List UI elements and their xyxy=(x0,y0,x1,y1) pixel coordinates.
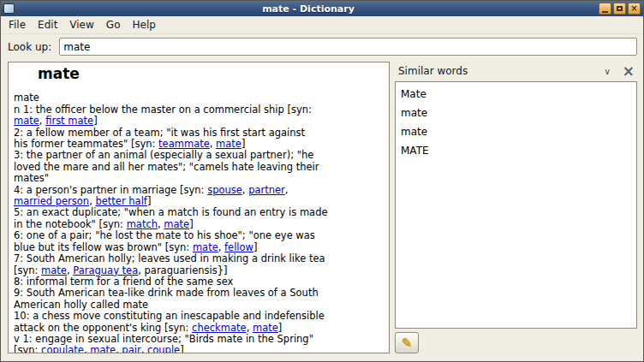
lookup-row: Look up: xyxy=(1,34,643,60)
similar-word-item[interactable]: MATE xyxy=(396,141,636,160)
definition-link[interactable]: first mate xyxy=(45,116,93,127)
definition-link[interactable]: spouse xyxy=(207,185,242,196)
definition-link[interactable]: mate xyxy=(164,219,189,230)
definition-line: blue but its fellow was brown" [syn: mat… xyxy=(14,242,384,253)
app-icon xyxy=(3,3,15,14)
definition-line: mate, first mate] xyxy=(14,116,384,127)
menubar: FileEditViewGoHelp xyxy=(1,16,643,34)
definition-link[interactable]: checkmate xyxy=(192,323,247,334)
definition-link[interactable]: couple xyxy=(147,345,180,353)
window-controls: × xyxy=(599,3,641,15)
menu-item-help[interactable]: Help xyxy=(126,16,161,33)
definition-link[interactable]: mate xyxy=(14,116,39,127)
definition-link[interactable]: fellow xyxy=(224,242,253,253)
chevron-down-icon[interactable]: ∨ xyxy=(604,67,610,76)
sidebar-header: Similar words ∨ × xyxy=(395,62,637,80)
definition-line: [syn: mate, Paraguay tea, paraguariensis… xyxy=(14,265,384,276)
main-content: mate maten 1: the officer below the mast… xyxy=(1,60,643,360)
definition-line: v 1: engage in sexual intercourse; "Bird… xyxy=(14,334,384,345)
definition-link[interactable]: partner xyxy=(248,185,285,196)
menu-item-edit[interactable]: Edit xyxy=(32,16,63,33)
definition-link[interactable]: mate xyxy=(253,323,278,334)
definition-link[interactable]: mate xyxy=(90,345,116,353)
minimize-icon xyxy=(602,11,608,13)
definition-body: maten 1: the officer below the master on… xyxy=(14,92,384,353)
window-title: mate - Dictionary xyxy=(18,3,599,15)
sidebar-footer: ✎ xyxy=(395,329,637,353)
definition-link[interactable]: better half xyxy=(95,196,146,207)
lookup-label: Look up: xyxy=(8,41,51,53)
titlebar[interactable]: mate - Dictionary × xyxy=(1,1,643,16)
similar-word-item[interactable]: mate xyxy=(396,122,636,141)
clear-pencil-icon: ✎ xyxy=(402,335,413,351)
definition-line: 10: a chess move constituting an inescap… xyxy=(14,311,384,322)
menu-item-view[interactable]: View xyxy=(63,16,99,33)
definition-line: loved the mare and all her mates"; "came… xyxy=(14,162,384,173)
close-button[interactable]: × xyxy=(628,3,641,15)
definition-link[interactable]: teammate xyxy=(158,139,210,150)
definition-link[interactable]: match xyxy=(127,219,158,230)
definition-link[interactable]: pair xyxy=(122,345,140,353)
definition-link[interactable]: copulate xyxy=(41,345,84,353)
definition-link[interactable]: married person xyxy=(14,196,89,207)
definition-line: in the notebook" [syn: match, mate] xyxy=(14,219,384,230)
definition-line: attack on the opponent's king [syn: chec… xyxy=(14,323,384,334)
menu-item-go[interactable]: Go xyxy=(100,16,127,33)
clear-button[interactable]: ✎ xyxy=(395,332,419,353)
maximize-icon xyxy=(617,6,623,11)
definition-link[interactable]: Paraguay tea xyxy=(73,265,138,276)
definition-line: [syn: copulate, mate, pair, couple] xyxy=(14,345,384,353)
definition-link[interactable]: mate xyxy=(41,265,67,276)
close-icon: × xyxy=(630,4,637,13)
definition-link[interactable]: mate xyxy=(216,139,242,150)
similar-words-list: MatematemateMATE xyxy=(395,81,637,329)
definition-line: married person, better half] xyxy=(14,196,384,207)
definition-panel[interactable]: mate maten 1: the officer below the mast… xyxy=(8,62,390,353)
definition-link[interactable]: mate xyxy=(193,242,218,253)
lookup-input[interactable] xyxy=(59,38,637,56)
definition-line: 7: South American holly; leaves used in … xyxy=(14,253,384,264)
maximize-button[interactable] xyxy=(613,3,626,15)
sidebar-title: Similar words xyxy=(398,65,604,77)
definition-line: mates" xyxy=(14,173,384,184)
dictionary-window: mate - Dictionary × FileEditViewGoHelp L… xyxy=(0,0,644,362)
similar-words-sidebar: Similar words ∨ × MatematemateMATE ✎ xyxy=(395,62,637,353)
definition-line: American holly called mate xyxy=(14,300,384,311)
definition-line: 5: an exact duplicate; "when a match is … xyxy=(14,207,384,218)
similar-word-item[interactable]: Mate xyxy=(396,85,636,104)
definition-headword: mate xyxy=(38,68,384,80)
menu-item-file[interactable]: File xyxy=(3,16,32,33)
minimize-button[interactable] xyxy=(599,3,611,15)
definition-line: 8: informal term for a friend of the sam… xyxy=(14,276,384,288)
definition-line: 6: one of a pair; "he lost the mate to h… xyxy=(14,230,384,241)
definition-line: 4: a person's partner in marriage [syn: … xyxy=(14,185,384,196)
definition-line: n 1: the officer below the master on a c… xyxy=(14,104,384,116)
definition-line: his former teammates" [syn: teammate, ma… xyxy=(14,139,384,150)
definition-line: 2: a fellow member of a team; "it was hi… xyxy=(14,128,384,139)
definition-line: mate xyxy=(14,92,384,104)
sidebar-close-icon[interactable]: × xyxy=(623,65,635,77)
definition-line: 9: South American tea-like drink made fr… xyxy=(14,288,384,299)
definition-line: 3: the partner of an animal (especially … xyxy=(14,150,384,161)
similar-word-item[interactable]: mate xyxy=(396,104,636,122)
